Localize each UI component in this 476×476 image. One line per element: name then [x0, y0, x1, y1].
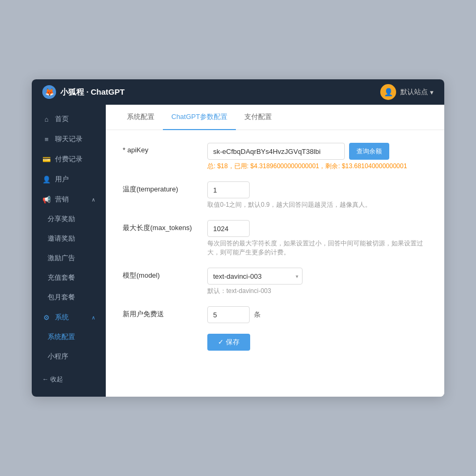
- temperature-hint: 取值0-1之间，默认0.9，越大回答问题越灵活，越像真人。: [207, 200, 427, 209]
- sidebar-item-invite-reward[interactable]: 邀请奖励: [32, 229, 106, 249]
- users-icon: 👤: [42, 176, 51, 184]
- model-control: text-davinci-003 gpt-3.5-turbo gpt-4 ▾ 默…: [207, 268, 427, 296]
- sidebar-item-home[interactable]: ⌂ 首页: [32, 109, 106, 129]
- sidebar-label-miniprogram: 小程序: [48, 352, 68, 361]
- api-key-input-group: 查询余额: [207, 143, 427, 160]
- sidebar-label-sys-config: 系统配置: [48, 333, 75, 342]
- billing-icon: 💳: [42, 155, 51, 163]
- system-icon: ⚙: [42, 314, 51, 322]
- sidebar-label-users: 用户: [55, 175, 69, 184]
- temperature-input[interactable]: [207, 181, 250, 198]
- sidebar-item-marketing[interactable]: 📢 营销 ∧: [32, 189, 106, 209]
- save-row: ✓ 保存: [123, 334, 427, 351]
- model-select-wrapper: text-davinci-003 gpt-3.5-turbo gpt-4 ▾: [207, 268, 303, 285]
- save-control: ✓ 保存: [207, 334, 427, 351]
- site-label: 默认站点: [400, 87, 428, 97]
- save-button[interactable]: ✓ 保存: [207, 334, 250, 351]
- sidebar-label-home: 首页: [55, 114, 69, 124]
- system-arrow: ∧: [91, 315, 95, 321]
- sidebar-label-invite-reward: 邀请奖励: [48, 234, 75, 243]
- sidebar-item-miniprogram[interactable]: 小程序: [32, 347, 106, 367]
- tab-chatgpt-config[interactable]: ChatGPT参数配置: [163, 105, 236, 130]
- sidebar: ⌂ 首页 ≡ 聊天记录 💳 付费记录 👤 用户 📢 营销 ∧ 分享奖励: [32, 105, 106, 397]
- marketing-arrow: ∧: [91, 197, 95, 203]
- header: 🦊 小狐程 · ChatGPT 👤 默认站点 ▾: [32, 79, 444, 105]
- api-key-label: * apiKey: [123, 143, 207, 154]
- sidebar-label-monthly-pkg: 包月套餐: [48, 293, 75, 302]
- home-icon: ⌂: [42, 115, 51, 123]
- sidebar-label-marketing: 营销: [55, 195, 69, 204]
- sidebar-item-chat[interactable]: ≡ 聊天记录: [32, 129, 106, 149]
- tab-payment-config[interactable]: 支付配置: [236, 105, 280, 130]
- site-selector[interactable]: 默认站点 ▾: [400, 87, 434, 97]
- sidebar-bottom: ← 收起: [32, 367, 106, 392]
- sidebar-item-system[interactable]: ⚙ 系统 ∧: [32, 307, 106, 327]
- sidebar-item-incentive-ads[interactable]: 激励广告: [32, 249, 106, 268]
- free-messages-input[interactable]: [207, 306, 250, 323]
- save-label-spacer: [123, 334, 207, 337]
- sidebar-item-recharge-pkg[interactable]: 充值套餐: [32, 268, 106, 288]
- header-logo: 🦊 小狐程 · ChatGPT: [42, 85, 125, 99]
- api-key-control: 查询余额 总: $18，已用: $4.31896000000000001，剩余:…: [207, 143, 427, 171]
- sidebar-label-chat: 聊天记录: [55, 134, 83, 144]
- marketing-icon: 📢: [42, 196, 51, 204]
- avatar[interactable]: 👤: [380, 84, 396, 100]
- balance-info: 总: $18，已用: $4.31896000000000001，剩余: $13.…: [207, 162, 427, 171]
- sidebar-item-share-reward[interactable]: 分享奖励: [32, 209, 106, 229]
- model-row: 模型(model) text-davinci-003 gpt-3.5-turbo…: [123, 268, 427, 296]
- max-tokens-hint: 每次回答的最大字符长度，如果设置过小，回答中间可能被切源，如果设置过大，则可能产…: [207, 239, 427, 257]
- tabs: 系统配置 ChatGPT参数配置 支付配置: [106, 105, 444, 130]
- api-key-input[interactable]: [207, 143, 345, 160]
- sidebar-item-monthly-pkg[interactable]: 包月套餐: [32, 288, 106, 307]
- sidebar-item-billing[interactable]: 💳 付费记录: [32, 149, 106, 169]
- sidebar-label-incentive-ads: 激励广告: [48, 254, 75, 263]
- sidebar-item-sys-config[interactable]: 系统配置: [32, 327, 106, 347]
- api-key-row: * apiKey 查询余额 总: $18，已用: $4.318960000000…: [123, 143, 427, 171]
- max-tokens-row: 最大长度(max_tokens) 每次回答的最大字符长度，如果设置过小，回答中间…: [123, 220, 427, 257]
- content-area: 系统配置 ChatGPT参数配置 支付配置 * apiKey: [106, 105, 444, 397]
- free-messages-label: 新用户免费送: [123, 306, 207, 319]
- sidebar-item-users[interactable]: 👤 用户: [32, 169, 106, 189]
- free-messages-row: 新用户免费送 条: [123, 306, 427, 323]
- temperature-row: 温度(temperature) 取值0-1之间，默认0.9，越大回答问题越灵活，…: [123, 181, 427, 209]
- max-tokens-input[interactable]: [207, 220, 250, 237]
- free-messages-unit: 条: [254, 310, 261, 319]
- sidebar-label-system: 系统: [55, 313, 69, 322]
- model-select[interactable]: text-davinci-003 gpt-3.5-turbo gpt-4: [207, 268, 303, 285]
- tab-sys-config[interactable]: 系统配置: [118, 105, 163, 130]
- chat-icon: ≡: [42, 135, 51, 143]
- model-label: 模型(model): [123, 268, 207, 280]
- free-messages-control: 条: [207, 306, 427, 323]
- form-area: * apiKey 查询余额 总: $18，已用: $4.318960000000…: [106, 130, 444, 397]
- app-window: 🦊 小狐程 · ChatGPT 👤 默认站点 ▾ ⌂ 首页 ≡ 聊天记录 💳: [32, 79, 444, 397]
- sidebar-label-share-reward: 分享奖励: [48, 215, 75, 224]
- max-tokens-control: 每次回答的最大字符长度，如果设置过小，回答中间可能被切源，如果设置过大，则可能产…: [207, 220, 427, 257]
- app-title: 小狐程 · ChatGPT: [60, 87, 125, 97]
- main-layout: ⌂ 首页 ≡ 聊天记录 💳 付费记录 👤 用户 📢 营销 ∧ 分享奖励: [32, 105, 444, 397]
- temperature-control: 取值0-1之间，默认0.9，越大回答问题越灵活，越像真人。: [207, 181, 427, 209]
- logo-icon: 🦊: [42, 85, 56, 99]
- query-balance-button[interactable]: 查询余额: [349, 143, 389, 160]
- collapse-label: ← 收起: [42, 375, 63, 384]
- max-tokens-label: 最大长度(max_tokens): [123, 220, 207, 233]
- temperature-label: 温度(temperature): [123, 181, 207, 194]
- model-hint: 默认：text-davinci-003: [207, 287, 427, 296]
- header-right: 👤 默认站点 ▾: [380, 84, 434, 100]
- collapse-button[interactable]: ← 收起: [42, 375, 95, 384]
- dropdown-icon: ▾: [430, 88, 434, 96]
- sidebar-label-recharge-pkg: 充值套餐: [48, 273, 75, 282]
- sidebar-label-billing: 付费记录: [55, 154, 83, 164]
